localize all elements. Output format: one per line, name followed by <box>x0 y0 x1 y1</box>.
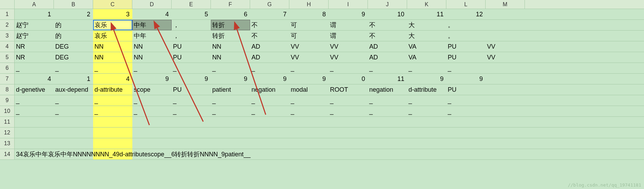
row-header-1[interactable]: 1 <box>0 9 15 19</box>
row-header-7[interactable]: 7 <box>0 74 15 84</box>
cell-J8[interactable]: negation <box>368 84 407 95</box>
cell-H7[interactable]: 9 <box>289 74 329 84</box>
cell-B10[interactable]: _ <box>54 106 93 116</box>
cell-M11[interactable] <box>486 117 525 127</box>
cell-C8[interactable]: d-attribute <box>93 84 132 95</box>
cell-L12[interactable] <box>446 128 486 138</box>
cell-J1[interactable]: 10 <box>368 9 407 19</box>
row-header-4[interactable]: 4 <box>0 41 15 52</box>
cell-A11[interactable] <box>15 117 54 127</box>
cell-F5[interactable]: NN <box>211 52 250 63</box>
cell-G2[interactable]: 不 <box>250 20 289 30</box>
cell-E4[interactable]: PU <box>172 41 211 52</box>
cell-C2[interactable]: 哀乐 <box>93 20 132 30</box>
cell-G4[interactable]: AD <box>250 41 289 52</box>
col-header-I[interactable]: I <box>329 0 368 9</box>
cell-I5[interactable]: VV <box>329 52 368 63</box>
cell-D6[interactable]: _ <box>132 63 172 73</box>
cell-C1[interactable]: 3 <box>93 9 132 19</box>
cell-C11[interactable] <box>93 117 132 127</box>
cell-C6[interactable]: _ <box>93 63 132 73</box>
col-header-J[interactable]: J <box>368 0 407 9</box>
col-header-H[interactable]: H <box>289 0 329 9</box>
cell-K10[interactable]: _ <box>407 106 446 116</box>
cell-H8[interactable]: modal <box>289 84 329 95</box>
cell-J7[interactable]: 11 <box>368 74 407 84</box>
cell-A8[interactable]: d-genetive <box>15 84 54 95</box>
cell-K12[interactable] <box>407 128 446 138</box>
cell-G5[interactable]: AD <box>250 52 289 63</box>
cell-F3[interactable]: 转折 <box>211 31 250 41</box>
cell-F10[interactable]: _ <box>211 106 250 116</box>
cell-F8[interactable]: patient <box>211 84 250 95</box>
cell-K2[interactable]: 大 <box>407 20 446 30</box>
cell-M12[interactable] <box>486 128 525 138</box>
cell-G9[interactable]: _ <box>250 95 289 106</box>
col-header-A[interactable]: A <box>15 0 54 9</box>
cell-C4[interactable]: NN <box>93 41 132 52</box>
cell-L8[interactable]: PU <box>446 84 486 95</box>
row-header-13[interactable]: 13 <box>0 138 15 149</box>
cell-F13[interactable] <box>211 138 250 149</box>
cell-B7[interactable]: 1 <box>54 74 93 84</box>
cell-J11[interactable] <box>368 117 407 127</box>
cell-D11[interactable] <box>132 117 172 127</box>
cell-H6[interactable]: _ <box>289 63 329 73</box>
row-header-10[interactable]: 10 <box>0 106 15 116</box>
cell-I10[interactable]: _ <box>329 106 368 116</box>
cell-F2[interactable]: 转折 <box>211 20 250 30</box>
cell-D3[interactable]: 中年 <box>132 31 172 41</box>
col-header-L[interactable]: L <box>446 0 486 9</box>
cell-L7[interactable]: 9 <box>446 74 486 84</box>
cell-F4[interactable]: NN <box>211 41 250 52</box>
cell-B1[interactable]: 2 <box>54 9 93 19</box>
cell-L11[interactable] <box>446 117 486 127</box>
cell-B5[interactable]: DEG <box>54 52 93 63</box>
cell-L10[interactable]: _ <box>446 106 486 116</box>
cell-A5[interactable]: NR <box>15 52 54 63</box>
cell-E12[interactable] <box>172 128 211 138</box>
row-header-3[interactable]: 3 <box>0 31 15 41</box>
cell-F9[interactable]: _ <box>211 95 250 106</box>
cell-C9[interactable]: _ <box>93 95 132 106</box>
cell-G10[interactable]: _ <box>250 106 289 116</box>
cell-A3[interactable]: 赵宁 <box>15 31 54 41</box>
cell-B9[interactable]: _ <box>54 95 93 106</box>
cell-A1[interactable]: 1 <box>15 9 54 19</box>
cell-C5[interactable]: NN <box>93 52 132 63</box>
cell-B3[interactable]: 的 <box>54 31 93 41</box>
cell-A9[interactable]: _ <box>15 95 54 106</box>
cell-J2[interactable]: 不 <box>368 20 407 30</box>
cell-J4[interactable]: AD <box>368 41 407 52</box>
cell-A2[interactable]: 赵宁 <box>15 20 54 30</box>
cell-F6[interactable]: _ <box>211 63 250 73</box>
cell-L2[interactable]: 。 <box>446 20 486 30</box>
cell-D9[interactable]: _ <box>132 95 172 106</box>
cell-E10[interactable]: _ <box>172 106 211 116</box>
cell-A4[interactable]: NR <box>15 41 54 52</box>
cell-H13[interactable] <box>289 138 329 149</box>
cell-L6[interactable]: _ <box>446 63 486 73</box>
cell-I8[interactable]: ROOT <box>329 84 368 95</box>
cell-C3[interactable]: 哀乐 <box>93 31 132 41</box>
cell-F7[interactable]: 9 <box>211 74 250 84</box>
cell-D2[interactable]: 中年 <box>132 20 172 30</box>
cell-F1[interactable]: 6 <box>211 9 250 19</box>
cell-C12[interactable] <box>93 128 132 138</box>
cell-I9[interactable]: _ <box>329 95 368 106</box>
col-header-M[interactable]: M <box>486 0 525 9</box>
cell-H11[interactable] <box>289 117 329 127</box>
col-header-K[interactable]: K <box>407 0 446 9</box>
cell-D4[interactable]: NN <box>132 41 172 52</box>
cell-J6[interactable]: _ <box>368 63 407 73</box>
cell-D13[interactable] <box>132 138 172 149</box>
cell-G13[interactable] <box>250 138 289 149</box>
cell-M6[interactable] <box>486 63 525 73</box>
cell-J9[interactable]: _ <box>368 95 407 106</box>
cell-M2[interactable] <box>486 20 525 30</box>
cell-H10[interactable]: _ <box>289 106 329 116</box>
row-header-5[interactable]: 5 <box>0 52 15 63</box>
cell-D7[interactable]: 9 <box>132 74 172 84</box>
cell-G6[interactable]: _ <box>250 63 289 73</box>
cell-M10[interactable] <box>486 106 525 116</box>
